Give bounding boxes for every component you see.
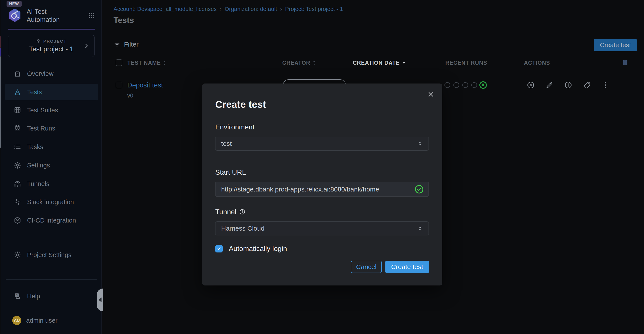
start-url-input[interactable]: http://stage.dbank.prod-apps.relicx.ai:8… (215, 182, 429, 197)
start-url-label: Start URL (215, 168, 246, 177)
environment-select[interactable]: test (215, 137, 429, 151)
tunnel-icon (14, 180, 22, 188)
valid-check-icon (414, 184, 424, 194)
sort-icon (162, 60, 167, 66)
close-icon[interactable] (427, 90, 435, 98)
chevron-right-icon (84, 43, 90, 49)
app-switcher-icon[interactable] (88, 12, 95, 19)
filter-button[interactable]: Filter (114, 41, 138, 48)
auto-login-checkbox[interactable] (215, 245, 223, 252)
sidebar-item-test-runs[interactable]: Test Runs (5, 120, 98, 137)
project-name: Test project - 1 (29, 45, 73, 53)
project-selector[interactable]: PROJECT Test project - 1 (8, 35, 94, 57)
sidebar-item-label: Overview (27, 70, 54, 77)
run-status-dot[interactable] (462, 82, 468, 88)
run-status-dot-passed[interactable] (480, 81, 487, 89)
column-header-creator[interactable]: CREATOR (282, 60, 316, 66)
sidebar-item-label: Tunnels (27, 180, 49, 188)
column-header-test-name[interactable]: TEST NAME (127, 60, 167, 66)
help-icon: ? (14, 292, 22, 300)
sidebar-item-label: Settings (27, 162, 50, 169)
run-status-dot[interactable] (444, 82, 450, 88)
sidebar-collapse-handle[interactable] (97, 288, 103, 311)
sidebar-item-label: Test Runs (27, 125, 55, 132)
columns-icon (14, 124, 22, 132)
svg-text:?: ? (16, 294, 18, 297)
breadcrumb-separator: › (220, 6, 222, 13)
select-all-checkbox[interactable] (116, 59, 122, 66)
sort-desc-icon (402, 60, 406, 65)
tunnel-value: Harness Cloud (221, 225, 264, 232)
edit-test-icon[interactable] (546, 81, 554, 89)
info-icon[interactable] (239, 209, 246, 215)
sidebar-item-label: Slack integration (27, 199, 74, 206)
column-settings-icon[interactable] (622, 59, 628, 66)
sidebar-item-label: Tasks (27, 143, 43, 151)
start-url-value: http://stage.dbank.prod-apps.relicx.ai:8… (221, 186, 414, 193)
cube-icon (36, 39, 41, 44)
gear-icon (14, 251, 22, 259)
page-scrollbar[interactable] (0, 0, 1, 334)
tag-icon[interactable] (583, 81, 591, 89)
scrollbar-thumb[interactable] (0, 56, 1, 148)
avatar: AU (12, 316, 22, 325)
run-status-dot[interactable] (454, 82, 459, 88)
create-test-button[interactable]: Create test (594, 39, 637, 51)
app-title: AI Test Automation (27, 8, 72, 24)
column-header-recent-runs[interactable]: RECENT RUNS (445, 60, 487, 66)
breadcrumb-account[interactable]: Account: Devspace_all_module_licenses (114, 6, 217, 13)
filter-label: Filter (124, 41, 138, 48)
row-checkbox[interactable] (116, 82, 122, 88)
scrollbar-segment (0, 36, 1, 48)
cicd-icon (14, 216, 22, 224)
table-header: TEST NAME CREATOR CREATION DATE RECENT R… (102, 56, 644, 69)
sidebar-item-tests[interactable]: Tests (5, 84, 98, 100)
auto-login-label: Automatically login (229, 245, 287, 253)
breadcrumb-project[interactable]: Project: Test project - 1 (285, 6, 343, 13)
test-name-link[interactable]: Deposit test (127, 81, 163, 89)
sort-icon (312, 60, 316, 66)
sidebar-item-label: Help (27, 293, 40, 300)
app-logo-icon (8, 8, 22, 23)
run-status-dot[interactable] (471, 82, 477, 88)
test-version: v0 (127, 92, 133, 99)
filter-icon (114, 41, 120, 48)
sidebar-item-settings[interactable]: Settings (5, 157, 98, 174)
collapse-arrow-icon (99, 297, 102, 302)
sidebar-divider (6, 239, 97, 239)
run-test-icon[interactable] (526, 81, 535, 89)
tunnel-label: Tunnel (215, 207, 246, 216)
sidebar-divider (6, 279, 97, 280)
more-actions-icon[interactable] (602, 81, 609, 89)
scrollbar-segment (0, 48, 1, 56)
environment-value: test (221, 140, 232, 147)
sidebar-item-tasks[interactable]: Tasks (5, 139, 98, 155)
cancel-button[interactable]: Cancel (351, 261, 382, 273)
sidebar-item-help[interactable]: ? Help (5, 288, 98, 304)
app-header: AI Test Automation (8, 8, 95, 24)
sidebar-item-project-settings[interactable]: Project Settings (5, 247, 98, 263)
slack-icon (14, 198, 22, 206)
breadcrumb-separator: › (280, 6, 282, 13)
sidebar-item-label: Tests (27, 89, 42, 96)
sidebar-user-menu[interactable]: AU admin user (5, 312, 98, 329)
sidebar: NEW AI Test Automation (1, 0, 102, 334)
sidebar-item-test-suites[interactable]: Test Suites (5, 102, 98, 118)
breadcrumb: Account: Devspace_all_module_licenses › … (114, 6, 343, 13)
column-header-actions[interactable]: ACTIONS (524, 60, 550, 66)
sidebar-item-cicd-integration[interactable]: CI-CD integration (5, 212, 98, 229)
breadcrumb-organization[interactable]: Organization: default (225, 6, 277, 13)
add-to-suite-icon[interactable] (564, 81, 572, 89)
gear-icon (14, 161, 22, 169)
grid-icon (14, 106, 22, 114)
sidebar-item-overview[interactable]: Overview (5, 65, 98, 82)
modal-create-test-button[interactable]: Create test (385, 261, 429, 273)
environment-label: Environment (215, 122, 254, 132)
new-badge: NEW (6, 1, 22, 7)
column-header-creation-date[interactable]: CREATION DATE (353, 60, 406, 66)
row-actions (526, 81, 609, 89)
tunnel-select[interactable]: Harness Cloud (215, 221, 429, 235)
sidebar-item-slack-integration[interactable]: Slack integration (5, 194, 98, 210)
sidebar-item-tunnels[interactable]: Tunnels (5, 176, 98, 192)
user-name: admin user (26, 317, 58, 324)
